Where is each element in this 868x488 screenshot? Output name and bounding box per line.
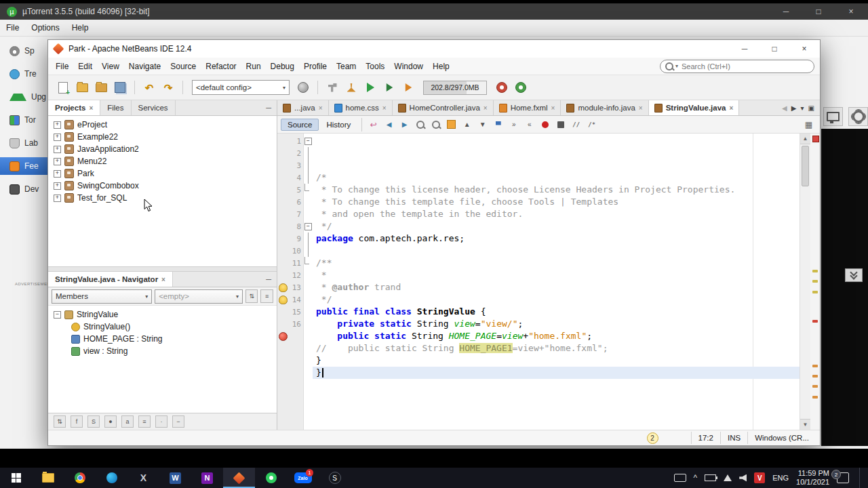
collapse-all-icon[interactable]: −	[172, 415, 184, 428]
utorrent-sidebar-item-tor[interactable]: Tor	[0, 111, 47, 129]
expand-icon[interactable]: +	[54, 182, 61, 190]
project-item-eproject[interactable]: +eProject	[48, 119, 277, 131]
close-icon[interactable]: ×	[551, 104, 555, 112]
code-line[interactable]: }	[313, 354, 800, 367]
show-static-icon[interactable]: S	[87, 415, 100, 428]
history-view-button[interactable]: History	[320, 119, 357, 130]
gutter-line[interactable]: 13	[277, 281, 303, 293]
utorrent-minimize-button[interactable]: ─	[780, 7, 792, 16]
toggle-highlight-button[interactable]	[445, 118, 458, 131]
find-selection-button[interactable]	[414, 118, 427, 131]
whatsapp-icon[interactable]	[255, 468, 287, 488]
expand-icon[interactable]: +	[54, 170, 61, 178]
editor-tab-home-css[interactable]: home.css×	[329, 100, 393, 115]
navigator-item-field[interactable]: view : String	[48, 345, 277, 357]
file-explorer-icon[interactable]	[32, 468, 64, 488]
skype-icon[interactable]: S	[319, 468, 351, 488]
code-line[interactable]: */	[313, 293, 800, 306]
code-line[interactable]: /*	[313, 171, 800, 184]
notifications-badge[interactable]: 2	[647, 432, 658, 444]
record-macro-button[interactable]	[538, 118, 551, 131]
netbeans-close-button[interactable]: ×	[798, 44, 810, 54]
close-icon[interactable]: ×	[89, 104, 93, 112]
project-item-menu22[interactable]: +Menu22	[48, 155, 277, 167]
gutter-line[interactable]: 3	[277, 159, 303, 171]
netbeans-titlebar[interactable]: Park - Apache NetBeans IDE 12.4 ─ □ ×	[48, 40, 820, 58]
debug-button[interactable]	[381, 79, 397, 96]
utorrent-sidebar-item-tre[interactable]: Tre	[0, 65, 47, 83]
expand-icon[interactable]: +	[54, 146, 61, 153]
hidden-icons-chevron[interactable]: ^	[694, 473, 698, 483]
filter-combobox[interactable]: <empty> ▾	[155, 289, 243, 304]
utorrent-sidebar-item-lab[interactable]: Lab	[0, 134, 47, 152]
next-bookmark-button[interactable]: ▼	[476, 118, 489, 131]
comment-button[interactable]: //	[570, 118, 583, 131]
editor-split-icon[interactable]: ▦	[805, 120, 816, 129]
code-line[interactable]: */	[313, 220, 800, 232]
navigator-item-constructor[interactable]: StringValue()	[48, 321, 277, 333]
back-button[interactable]: ◀	[382, 118, 395, 131]
expand-icon[interactable]: +	[54, 195, 61, 202]
gutter-line[interactable]: 14	[277, 293, 303, 306]
menu-navigate[interactable]: Navigate	[124, 60, 165, 73]
gutter-line[interactable]: 10	[277, 245, 303, 257]
run-button[interactable]	[362, 79, 378, 96]
menu-profile[interactable]: Profile	[299, 60, 332, 73]
code-line[interactable]: *	[313, 269, 800, 281]
code-line[interactable]: package com.aptech.park.res;	[313, 232, 800, 245]
set-configuration-button[interactable]	[295, 79, 311, 96]
expand-icon[interactable]: +	[54, 134, 61, 141]
open-project-button[interactable]	[93, 79, 109, 96]
tab-services[interactable]: Services	[132, 100, 176, 115]
netbeans-icon[interactable]	[223, 468, 255, 488]
editor-tab-module-info-java[interactable]: module-info.java×	[561, 100, 648, 115]
project-item-test_for_sql[interactable]: +Test_for_SQL	[48, 192, 277, 204]
vertical-scrollbar[interactable]: ▲ ▼	[800, 134, 810, 430]
menu-view[interactable]: View	[97, 60, 124, 73]
show-inherited-icon[interactable]: ⇅	[54, 415, 66, 428]
expand-icon[interactable]: +	[54, 158, 61, 165]
navigator-sort-button[interactable]: ⇅	[245, 289, 258, 303]
netbeans-maximize-button[interactable]: □	[768, 44, 781, 54]
gutter-line[interactable]: 1	[277, 135, 303, 147]
stripe-mark[interactable]	[812, 385, 818, 388]
gutter-line[interactable]: 8	[277, 220, 303, 232]
scroll-tabs-right-icon[interactable]: ▶	[791, 104, 797, 112]
gutter-line[interactable]: 16	[277, 318, 303, 330]
menu-run[interactable]: Run	[241, 60, 266, 73]
collapse-chevrons-button[interactable]	[845, 268, 863, 282]
x-app-icon[interactable]: X	[127, 468, 159, 488]
onenote-icon[interactable]: N	[191, 468, 223, 488]
action-center-icon[interactable]: 2	[837, 472, 849, 483]
source-view-button[interactable]: Source	[281, 119, 319, 131]
monitor-button[interactable]	[823, 107, 843, 126]
incremental-search-button[interactable]	[429, 118, 442, 131]
code-line[interactable]	[313, 245, 800, 257]
code-line[interactable]: public final class StringValue {	[313, 306, 800, 318]
redo-button[interactable]: ↷	[160, 79, 176, 96]
scroll-tabs-left-icon[interactable]: ◀	[782, 104, 787, 112]
gutter-line[interactable]: 6	[277, 196, 303, 208]
project-item-javaapplication2[interactable]: +JavaApplication2	[48, 143, 277, 155]
code-area[interactable]: /* * To change this license header, choo…	[313, 134, 800, 430]
menu-refactor[interactable]: Refactor	[201, 60, 241, 73]
navigator-filter-button[interactable]: ≡	[260, 289, 273, 303]
utorrent-menu-options[interactable]: Options	[25, 21, 65, 35]
chrome-icon[interactable]	[64, 468, 96, 488]
gutter-line[interactable]: 12	[277, 269, 303, 281]
search-input[interactable]	[680, 62, 809, 71]
code-line[interactable]: }	[313, 367, 800, 379]
utorrent-menu-file[interactable]: File	[0, 21, 25, 35]
code-line[interactable]: * @author trand	[313, 281, 800, 293]
input-method-icon[interactable]: V	[754, 472, 765, 483]
config-combobox[interactable]: <default config> ▾	[192, 80, 290, 95]
scrollbar-thumb[interactable]	[802, 146, 809, 186]
navigator-item-class[interactable]: −StringValue	[48, 308, 277, 321]
profile-button[interactable]	[400, 79, 416, 96]
show-non-public-icon[interactable]: ●	[104, 415, 117, 428]
project-item-swingcombobox[interactable]: +SwingCombobox	[48, 180, 277, 192]
close-icon[interactable]: ×	[484, 104, 488, 112]
last-edit-button[interactable]: ↩	[367, 118, 380, 131]
sort-alpha-icon[interactable]: a	[121, 415, 134, 428]
menu-edit[interactable]: Edit	[73, 60, 97, 73]
